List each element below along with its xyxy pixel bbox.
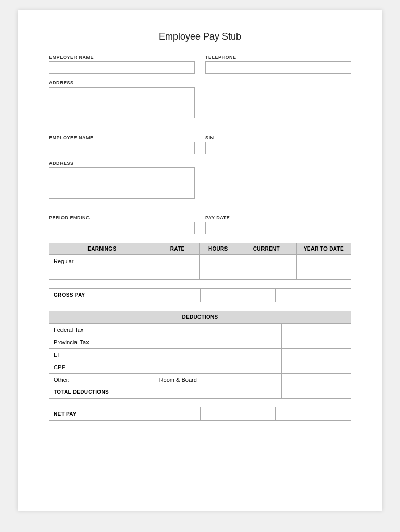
employee-address-group: ADDRESS (49, 160, 195, 201)
employer-name-input[interactable] (49, 61, 195, 74)
deductions-other-ytd (281, 374, 351, 386)
earnings-row-hours (200, 255, 236, 267)
deductions-cpp-label: CPP (49, 361, 155, 374)
net-pay-label: NET PAY (49, 407, 201, 421)
employee-left: EMPLOYEE NAME ADDRESS (49, 135, 195, 207)
earnings-empty-hours (200, 267, 236, 280)
deductions-other-label: Other: (49, 374, 155, 386)
pay-date-input[interactable] (205, 222, 351, 234)
period-section: PERIOD ENDING PAY DATE (49, 215, 351, 234)
employer-left: EMPLOYER NAME ADDRESS (49, 55, 195, 127)
earnings-header-current: CURRENT (236, 243, 296, 255)
deductions-cpp-current (215, 361, 281, 374)
deductions-federal-sub (155, 324, 215, 336)
earnings-empty-ytd (296, 267, 351, 280)
earnings-empty-rate (155, 267, 200, 280)
net-pay-current (200, 407, 276, 421)
gross-pay-ytd (276, 289, 351, 302)
gross-pay-label: GROSS PAY (49, 289, 201, 302)
deductions-provincial-sub (155, 336, 215, 349)
deductions-table: DEDUCTIONS Federal Tax Provincial Tax (49, 311, 351, 399)
gross-pay-section: GROSS PAY (49, 288, 351, 302)
deductions-cpp-ytd (281, 361, 351, 374)
employer-section: EMPLOYER NAME ADDRESS TELEPHONE (49, 55, 351, 127)
earnings-header-hours: HOURS (200, 243, 236, 255)
deductions-provincial-ytd (281, 336, 351, 349)
sin-group: SIN (205, 135, 351, 154)
pay-date-label: PAY DATE (205, 215, 351, 220)
sin-input[interactable] (205, 142, 351, 154)
deductions-total-label: TOTAL DEDUCTIONS (49, 386, 155, 399)
employee-name-input[interactable] (49, 142, 195, 154)
period-ending-label: PERIOD ENDING (49, 215, 195, 220)
deductions-ei-current (215, 349, 281, 361)
deductions-total-current (215, 386, 281, 399)
net-pay-row: NET PAY (49, 407, 351, 421)
employee-address-input[interactable] (49, 167, 195, 199)
page-title: Employee Pay Stub (49, 31, 351, 42)
net-pay-ytd (276, 407, 351, 421)
employer-right: TELEPHONE (205, 55, 351, 127)
earnings-row-current (236, 255, 296, 267)
deductions-cpp-row: CPP (49, 361, 351, 374)
table-row-empty (49, 267, 351, 280)
deductions-federal-ytd (281, 324, 351, 336)
earnings-section: EARNINGS RATE HOURS CURRENT YEAR TO DATE… (49, 243, 351, 280)
deductions-total-ytd (281, 386, 351, 399)
net-pay-table: NET PAY (49, 407, 351, 421)
earnings-empty-label (49, 267, 155, 280)
earnings-row-rate (155, 255, 200, 267)
deductions-section: DEDUCTIONS Federal Tax Provincial Tax (49, 311, 351, 399)
earnings-header-earnings: EARNINGS (49, 243, 155, 255)
telephone-input[interactable] (205, 61, 351, 74)
deductions-provincial-label: Provincial Tax (49, 336, 155, 349)
earnings-empty-current (236, 267, 296, 280)
employer-address-label: ADDRESS (49, 80, 195, 85)
employee-name-label: EMPLOYEE NAME (49, 135, 195, 140)
employee-name-group: EMPLOYEE NAME (49, 135, 195, 154)
employer-address-group: ADDRESS (49, 80, 195, 120)
employee-right: SIN (205, 135, 351, 207)
net-pay-section: NET PAY (49, 407, 351, 421)
deductions-other-row: Other: Room & Board (49, 374, 351, 386)
telephone-group: TELEPHONE (205, 55, 351, 74)
deductions-provincial-current (215, 336, 281, 349)
deductions-ei-label: EI (49, 349, 155, 361)
deductions-federal-row: Federal Tax (49, 324, 351, 336)
table-row: Regular (49, 255, 351, 267)
employee-section: EMPLOYEE NAME ADDRESS SIN (49, 135, 351, 207)
earnings-header-rate: RATE (155, 243, 200, 255)
gross-pay-table: GROSS PAY (49, 288, 351, 302)
employer-name-group: EMPLOYER NAME (49, 55, 195, 74)
gross-pay-current (200, 289, 276, 302)
pay-date-group: PAY DATE (205, 215, 351, 234)
earnings-row-label: Regular (49, 255, 155, 267)
period-ending-group: PERIOD ENDING (49, 215, 195, 234)
deductions-provincial-row: Provincial Tax (49, 336, 351, 349)
deductions-other-sub: Room & Board (155, 374, 215, 386)
employer-name-label: EMPLOYER NAME (49, 55, 195, 60)
deductions-total-row: TOTAL DEDUCTIONS (49, 386, 351, 399)
sin-label: SIN (205, 135, 351, 140)
employee-address-label: ADDRESS (49, 160, 195, 166)
deductions-header: DEDUCTIONS (49, 311, 351, 324)
employer-address-input[interactable] (49, 87, 195, 118)
earnings-row-ytd (296, 255, 351, 267)
telephone-label: TELEPHONE (205, 55, 351, 60)
deductions-federal-current (215, 324, 281, 336)
deductions-ei-ytd (281, 349, 351, 361)
deductions-header-row: DEDUCTIONS (49, 311, 351, 324)
earnings-header-ytd: YEAR TO DATE (296, 243, 351, 255)
pay-stub-page: Employee Pay Stub EMPLOYER NAME ADDRESS … (18, 10, 382, 511)
deductions-other-current (215, 374, 281, 386)
deductions-ei-row: EI (49, 349, 351, 361)
deductions-ei-sub (155, 349, 215, 361)
earnings-table: EARNINGS RATE HOURS CURRENT YEAR TO DATE… (49, 243, 351, 280)
gross-pay-row: GROSS PAY (49, 289, 351, 302)
deductions-federal-label: Federal Tax (49, 324, 155, 336)
period-ending-input[interactable] (49, 222, 195, 234)
deductions-total-sub (155, 386, 215, 399)
deductions-cpp-sub (155, 361, 215, 374)
